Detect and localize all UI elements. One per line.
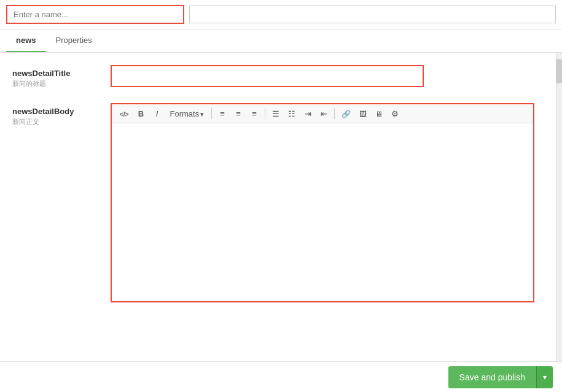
align-left-icon: ≡: [220, 109, 225, 118]
formats-label: Formats: [170, 109, 199, 118]
toolbar-indent-btn[interactable]: ⇥: [301, 107, 314, 120]
save-publish-button[interactable]: Save and publish: [448, 366, 536, 388]
align-right-icon: ≡: [252, 109, 257, 118]
toolbar-align-center-btn[interactable]: ≡: [232, 107, 245, 120]
toolbar-ol-btn[interactable]: ☷: [285, 107, 299, 120]
save-publish-dropdown-button[interactable]: ▾: [536, 366, 553, 388]
toolbar-settings-btn[interactable]: [388, 107, 402, 120]
field-control-body: Formats ≡ ≡ ≡ ☰: [111, 103, 550, 302]
toolbar-align-right-btn[interactable]: ≡: [248, 107, 261, 120]
tab-properties[interactable]: Properties: [46, 29, 102, 52]
toolbar-sep-2: [265, 108, 265, 119]
toolbar-italic-btn[interactable]: [150, 107, 163, 120]
link-icon: [341, 109, 351, 118]
indent-icon: ⇥: [305, 109, 311, 118]
image-icon: [359, 109, 367, 118]
ul-icon: ☰: [272, 109, 279, 118]
video-icon: [375, 109, 383, 118]
field-label-title: newsDetailTitle 新闻的标题: [12, 65, 111, 88]
field-control-title: [111, 65, 550, 87]
header-bar: [0, 0, 562, 29]
rich-text-editor: Formats ≡ ≡ ≡ ☰: [111, 103, 534, 302]
chevron-down-icon: ▾: [543, 373, 547, 382]
align-center-icon: ≡: [236, 109, 241, 118]
toolbar-align-left-btn[interactable]: ≡: [216, 107, 229, 120]
field-row-title: newsDetailTitle 新闻的标题: [12, 65, 550, 88]
field-hint-title: 新闻的标题: [12, 79, 111, 88]
toolbar-code-btn[interactable]: [117, 107, 131, 120]
bold-icon: [138, 109, 144, 118]
footer-bar: Save and publish ▾: [0, 361, 562, 392]
toolbar-formats-btn[interactable]: Formats: [166, 107, 208, 120]
title-input[interactable]: [111, 65, 424, 87]
toolbar-bold-btn[interactable]: [134, 107, 147, 120]
editor-toolbar: Formats ≡ ≡ ≡ ☰: [112, 104, 533, 123]
toolbar-link-btn[interactable]: [338, 107, 354, 120]
toolbar-sep-3: [334, 108, 335, 119]
scrollbar-track: [556, 53, 562, 361]
field-name-title: newsDetailTitle: [12, 69, 111, 78]
tab-news[interactable]: news: [6, 29, 46, 52]
toolbar-ul-btn[interactable]: ☰: [269, 107, 283, 120]
toolbar-video-btn[interactable]: [372, 107, 386, 120]
field-label-body: newsDetailBody 新闻正文: [12, 103, 111, 126]
main-content: newsDetailTitle 新闻的标题 newsDetailBody 新闻正…: [0, 53, 562, 361]
field-name-body: newsDetailBody: [12, 107, 111, 116]
name-input[interactable]: [6, 5, 184, 24]
outdent-icon: ⇤: [321, 109, 327, 118]
field-row-body: newsDetailBody 新闻正文 Formats: [12, 103, 550, 302]
ol-icon: ☷: [288, 109, 295, 118]
toolbar-outdent-btn[interactable]: ⇤: [317, 107, 330, 120]
editor-body[interactable]: [112, 123, 533, 301]
chevron-down-icon: [200, 109, 204, 118]
italic-icon: [156, 109, 158, 118]
field-hint-body: 新闻正文: [12, 117, 111, 126]
settings-icon: [391, 109, 399, 118]
toolbar-sep-1: [211, 108, 212, 119]
toolbar-image-btn[interactable]: [356, 107, 370, 120]
scrollbar-thumb[interactable]: [556, 59, 562, 83]
tabs-bar: news Properties: [0, 29, 562, 53]
url-input[interactable]: [189, 6, 556, 23]
code-icon: [120, 109, 128, 118]
